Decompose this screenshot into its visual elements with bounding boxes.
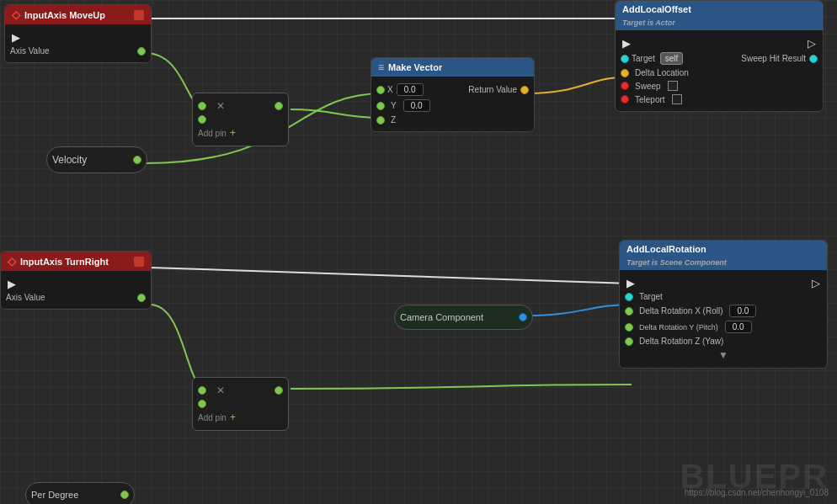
moveup-axisval-row: Axis Value — [5, 45, 151, 57]
addloc-sweep-checkbox[interactable] — [668, 81, 678, 91]
turnright-axisval-row: Axis Value — [1, 291, 151, 304]
addloc-deltaloc-row: Delta Location — [616, 66, 823, 79]
makevector-x-input[interactable] — [397, 83, 424, 96]
addpin-up-x: ✕ — [216, 100, 225, 112]
addrot-roll-label: Delta Rotation X (Roll) — [639, 306, 722, 316]
addrot-pitch-label: Delta Rotation Y (Pitch) — [639, 323, 718, 332]
makevector-x-pin[interactable] — [376, 86, 385, 94]
makevector-z-label: Z — [391, 115, 396, 125]
addloc-sweep-pin[interactable] — [621, 82, 629, 90]
node-moveup-close[interactable] — [134, 10, 144, 20]
perdegree-pin-out[interactable] — [120, 491, 129, 499]
addrot-pitch-input[interactable] — [725, 321, 752, 333]
makevector-return-pin[interactable] — [520, 86, 529, 94]
makevector-y-row: Y — [371, 98, 534, 114]
node-addpin-up: ✕ Add pin + — [192, 93, 289, 146]
addrot-target-row: Target — [620, 290, 827, 303]
addpin-right-right1[interactable] — [275, 386, 283, 395]
addpin-up-left2[interactable] — [198, 115, 206, 124]
moveup-axisval-pin[interactable] — [137, 47, 146, 56]
addpin-up-plus[interactable]: + — [230, 127, 236, 139]
addrot-exec-out: ▷ — [810, 277, 822, 289]
node-addloc-body: ▶ ▷ Target self Sweep Hit Result Delta L… — [616, 30, 823, 111]
moveup-exec-out: ▶ — [10, 31, 22, 43]
addloc-sweephit-pin[interactable] — [809, 55, 818, 63]
makevector-return-label: Return Value — [468, 85, 517, 94]
addloc-sweephit-label: Sweep Hit Result — [741, 54, 806, 63]
node-addrot-subtitle: Target is Scene Component — [626, 258, 727, 267]
perdegree-row: Per Degree — [26, 488, 134, 501]
addloc-sweep-row: Sweep — [616, 79, 823, 93]
node-moveup-body: ▶ Axis Value — [5, 24, 151, 62]
node-addloc: AddLocalOffset Target is Actor ▶ ▷ Targe… — [615, 0, 824, 112]
makevector-x-row: X Return Value — [371, 82, 534, 98]
addpin-up-right1[interactable] — [275, 102, 283, 110]
turnright-axisval-label: Axis Value — [6, 293, 45, 302]
makevector-y-label: Y — [391, 101, 397, 110]
addloc-teleport-row: Teleport — [616, 93, 823, 106]
addpin-right-left2[interactable] — [198, 400, 206, 408]
node-turnright: ◇ InputAxis TurnRight ▶ Axis Value — [0, 251, 152, 310]
addrot-exec-in: ▶ — [625, 277, 637, 289]
addloc-deltaloc-label: Delta Location — [635, 68, 689, 77]
addloc-exec-out: ▷ — [806, 37, 818, 49]
node-perdegree-body: Per Degree — [26, 483, 134, 504]
node-addrot-header: AddLocalRotation Target is Scene Compone… — [620, 241, 827, 270]
node-camera-body: Camera Component — [395, 305, 532, 329]
moveup-axisval-label: Axis Value — [10, 46, 50, 56]
moveup-exec-row: ▶ — [5, 29, 151, 45]
node-turnright-header: ◇ InputAxis TurnRight — [1, 252, 151, 271]
addrot-yaw-row: Delta Rotation Z (Yaw) — [620, 335, 827, 347]
addpin-right-plus[interactable]: + — [230, 411, 236, 423]
addloc-target-label: Target — [632, 54, 655, 63]
velocity-pin-out[interactable] — [133, 156, 141, 164]
addpin-right-left1[interactable] — [198, 386, 206, 395]
node-addpin-right-body: ✕ Add pin + — [193, 378, 288, 430]
node-turnright-title: InputAxis TurnRight — [20, 257, 109, 267]
addloc-sweep-label: Sweep — [635, 82, 661, 91]
makevector-y-pin[interactable] — [376, 102, 385, 110]
node-addrot-title: AddLocalRotation — [626, 244, 706, 254]
addpin-right-row2 — [193, 398, 288, 410]
addrot-yaw-label: Delta Rotation Z (Yaw) — [639, 337, 723, 346]
makevector-z-row: Z — [371, 114, 534, 126]
addrot-pitch-pin[interactable] — [625, 323, 633, 332]
camera-pin-out[interactable] — [519, 313, 527, 321]
addrot-down-arrow: ▼ — [718, 349, 728, 361]
addpin-right-addrow[interactable]: Add pin + — [193, 410, 288, 425]
addpin-right-x: ✕ — [216, 385, 225, 396]
addloc-target-row: Target self Sweep Hit Result — [616, 50, 823, 66]
addloc-teleport-checkbox[interactable] — [672, 94, 682, 104]
addpin-up-label: Add pin — [198, 129, 227, 138]
addloc-target-self: self — [660, 52, 684, 65]
addrot-exec-row: ▶ ▷ — [620, 275, 827, 290]
addpin-right-row1: ✕ — [193, 383, 288, 398]
camera-label: Camera Component — [400, 312, 483, 322]
addloc-teleport-pin[interactable] — [621, 95, 629, 103]
camera-row: Camera Component — [395, 310, 532, 324]
node-addpin-right: ✕ Add pin + — [192, 377, 289, 431]
addrot-roll-row: Delta Rotation X (Roll) — [620, 303, 827, 319]
addpin-up-left1[interactable] — [198, 102, 206, 110]
addrot-target-pin[interactable] — [625, 293, 633, 301]
makevector-z-pin[interactable] — [376, 116, 385, 125]
addrot-roll-input[interactable] — [729, 305, 756, 317]
url-text: https://blog.csdn.net/chenhongyi_0108 — [685, 488, 829, 497]
node-addrot: AddLocalRotation Target is Scene Compone… — [619, 240, 828, 369]
makevector-y-input[interactable] — [403, 99, 430, 112]
addrot-target-label: Target — [639, 292, 663, 301]
makevector-x-label: X — [387, 85, 393, 94]
addpin-up-row2 — [193, 114, 288, 125]
turnright-exec-out: ▶ — [6, 278, 18, 289]
addrot-roll-pin[interactable] — [625, 307, 633, 316]
addrot-yaw-pin[interactable] — [625, 337, 633, 346]
node-velocity: Velocity — [46, 146, 147, 173]
addloc-target-pin[interactable] — [621, 55, 629, 63]
node-turnright-close[interactable] — [134, 257, 144, 267]
addloc-deltaloc-pin[interactable] — [621, 69, 629, 77]
node-makevector-body: X Return Value Y Z — [371, 77, 534, 131]
addpin-up-addrow[interactable]: Add pin + — [193, 125, 288, 141]
addloc-exec-row: ▶ ▷ — [616, 35, 823, 50]
turnright-axisval-pin[interactable] — [137, 294, 146, 302]
node-turnright-body: ▶ Axis Value — [1, 271, 151, 309]
